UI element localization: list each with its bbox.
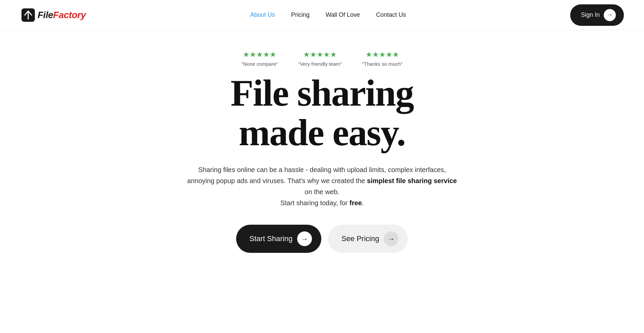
main-nav: About Us Pricing Wall Of Love Contact Us: [250, 11, 406, 18]
hero-title: File sharing made easy.: [230, 73, 413, 152]
hero-desc-line2-bold: free: [350, 199, 362, 207]
stars-2: ★★★★★: [303, 50, 337, 59]
review-item-3: ★★★★★ "Thanks so much": [362, 50, 403, 67]
hero-description: Sharing files online can be a hassle - d…: [184, 164, 460, 209]
hero-desc-part2: on the web.: [305, 188, 339, 196]
stars-3: ★★★★★: [366, 50, 399, 59]
logo-file-part: File: [38, 10, 53, 20]
signin-label: Sign In: [581, 11, 600, 18]
hero-title-line1: File sharing: [230, 72, 413, 114]
nav-item-about-us[interactable]: About Us: [250, 11, 275, 18]
review-quote-3: "Thanks so much": [362, 61, 403, 67]
review-item-1: ★★★★★ "None compare": [241, 50, 278, 67]
buttons-row: Start Sharing → See Pricing →: [236, 225, 408, 253]
start-sharing-label: Start Sharing: [250, 234, 292, 243]
signin-button[interactable]: Sign In →: [570, 4, 624, 26]
reviews-row: ★★★★★ "None compare" ★★★★★ "Very friendl…: [241, 50, 402, 67]
logo-icon: [20, 7, 36, 23]
hero-title-line2: made easy.: [239, 112, 405, 153]
logo-text: FileFactory: [38, 10, 86, 20]
see-pricing-arrow-icon: →: [384, 231, 398, 246]
logo: FileFactory: [20, 7, 86, 23]
stars-1: ★★★★★: [243, 50, 276, 59]
nav-item-pricing[interactable]: Pricing: [291, 11, 310, 18]
see-pricing-label: See Pricing: [341, 234, 379, 243]
header: FileFactory About Us Pricing Wall Of Lov…: [0, 0, 644, 30]
signin-arrow-icon: →: [604, 9, 616, 21]
nav-item-contact-us[interactable]: Contact Us: [376, 11, 406, 18]
review-item-2: ★★★★★ "Very friendly team": [298, 50, 342, 67]
see-pricing-button[interactable]: See Pricing →: [328, 225, 408, 253]
main-content: ★★★★★ "None compare" ★★★★★ "Very friendl…: [0, 30, 644, 253]
review-quote-2: "Very friendly team": [298, 61, 342, 67]
hero-desc-bold: simplest file sharing service: [367, 177, 457, 184]
start-sharing-arrow-icon: →: [297, 231, 312, 246]
start-sharing-button[interactable]: Start Sharing →: [236, 225, 321, 253]
hero-desc-line2-end: .: [362, 199, 364, 207]
nav-item-wall-of-love[interactable]: Wall Of Love: [326, 11, 360, 18]
hero-desc-line2-part1: Start sharing today, for: [280, 199, 350, 207]
logo-factory-part: Factory: [53, 10, 86, 20]
review-quote-1: "None compare": [241, 61, 278, 67]
